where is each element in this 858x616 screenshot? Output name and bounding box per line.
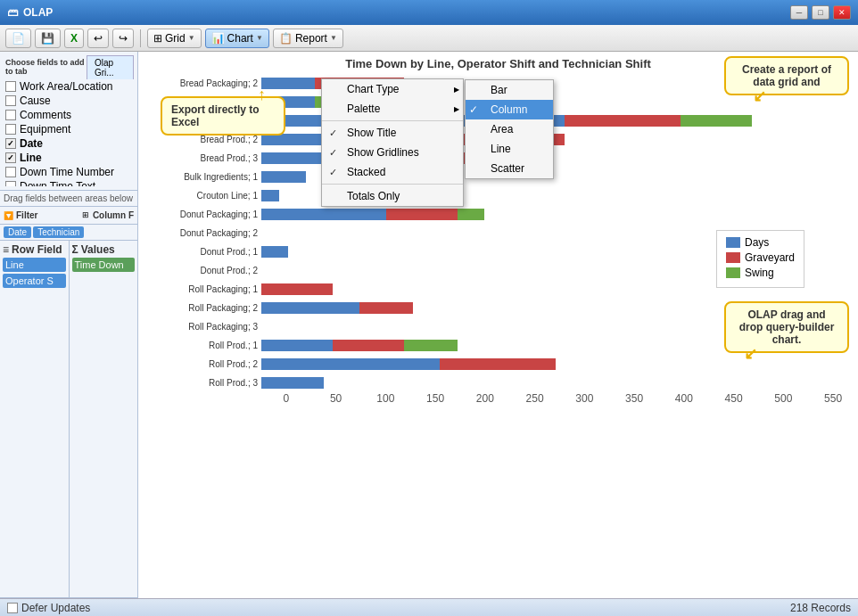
new-button[interactable]: 📄: [5, 29, 31, 48]
y-axis-label: Roll Packaging; 1: [145, 280, 261, 299]
excel-button[interactable]: X: [64, 29, 84, 48]
field-item[interactable]: ✓Line: [4, 151, 134, 165]
x-axis-tick: 400: [659, 392, 709, 405]
field-checkbox: [5, 81, 16, 92]
field-item[interactable]: Cause: [4, 94, 134, 108]
values-label: Σ Values: [72, 243, 136, 256]
defer-checkbox[interactable]: [7, 603, 18, 613]
window-title: OLAP: [23, 6, 53, 19]
bar-segment-swing: [315, 96, 342, 108]
redo-button[interactable]: ↪: [112, 29, 134, 48]
bar-segment-graveyard: [440, 358, 556, 370]
x-axis-tick: 150: [410, 392, 460, 405]
chart-button[interactable]: 📊 Chart ▼: [205, 29, 269, 48]
value-item[interactable]: Time Down: [72, 258, 136, 272]
title-bar-left: 🗃 OLAP: [7, 6, 53, 19]
x-axis-tick: 500: [759, 392, 809, 405]
bar-segment-graveyard: [261, 283, 333, 295]
x-axis-tick: 350: [609, 392, 659, 405]
legend-item: Swing: [726, 267, 795, 279]
row-fields-label: ≡ Row Field: [3, 243, 66, 256]
field-item[interactable]: ✓Date: [4, 136, 134, 151]
field-label: Equipment: [20, 123, 70, 136]
legend-color-box: [726, 267, 740, 278]
row-field-item[interactable]: Line: [3, 258, 66, 272]
save-button[interactable]: 💾: [35, 29, 61, 48]
field-item[interactable]: Comments: [4, 108, 134, 122]
separator-1: [140, 29, 141, 47]
field-checkbox: ✓: [5, 138, 16, 149]
row-field-item[interactable]: Operator S: [3, 274, 66, 288]
chart-label: Chart: [227, 32, 253, 45]
bar-row: [261, 111, 858, 130]
bar-row: [261, 374, 858, 392]
redo-icon: ↪: [119, 32, 128, 45]
tooltip-olap-drag: OLAP drag and drop query-builder chart. …: [724, 301, 849, 353]
undo-button[interactable]: ↩: [87, 29, 109, 48]
field-label: Date: [20, 137, 43, 150]
y-axis-label: Donut Packaging; 1: [145, 205, 261, 224]
chart-icon: 📊: [211, 32, 225, 45]
x-axis-tick: 200: [460, 392, 510, 405]
legend-label: Days: [745, 236, 769, 249]
field-item[interactable]: Equipment: [4, 122, 134, 136]
x-axis-tick: 250: [510, 392, 560, 405]
y-axis-label: Donut Packaging; 2: [145, 224, 261, 242]
olap-grid-tab[interactable]: Olap Gri...: [87, 55, 134, 79]
field-checkbox: [5, 181, 16, 186]
chart-area: Time Down by Line, Operator Shift and Te…: [138, 52, 858, 598]
bar-segment-graveyard: [386, 209, 458, 220]
field-label: Down Time Text: [20, 180, 95, 186]
y-axis-label: Roll Packaging; 3: [145, 317, 261, 336]
minimize-button[interactable]: ─: [790, 5, 808, 20]
bar-row: [261, 205, 858, 224]
bar-segment-days: [261, 209, 386, 220]
field-checkbox: [5, 124, 16, 135]
filter-tag[interactable]: Technician: [33, 226, 84, 238]
field-label: Down Time Number: [20, 166, 114, 178]
bar-row: [261, 149, 858, 168]
field-item[interactable]: Work Area/Location: [4, 79, 134, 94]
app-icon: 🗃: [7, 6, 18, 19]
undo-icon: ↩: [94, 32, 103, 45]
y-axis-label: Roll Packaging; 2: [145, 299, 261, 317]
column-label: Column F: [93, 210, 134, 220]
field-checkbox: ✓: [5, 152, 16, 163]
tooltip-export-excel: Export directly to Excel ↑: [161, 96, 285, 136]
filter-label: Filter: [16, 210, 37, 220]
y-axis-label: Crouton Line; 1: [145, 186, 261, 205]
title-bar: 🗃 OLAP ─ □ ✕: [0, 0, 858, 25]
bar-segment-days: [261, 78, 315, 89]
left-panel: Choose fields to add to tab Olap Gri... …: [0, 52, 138, 598]
field-checkbox: [5, 95, 16, 106]
field-label: Line: [20, 152, 42, 164]
y-axis-label: Donut Prod.; 1: [145, 242, 261, 261]
bar-segment-swing: [458, 209, 484, 220]
close-button[interactable]: ✕: [833, 5, 851, 20]
field-item[interactable]: Down Time Number: [4, 165, 134, 179]
maximize-button[interactable]: □: [812, 5, 829, 20]
x-axis-tick: 100: [361, 392, 411, 405]
y-axis-label: Bread Prod.; 3: [145, 149, 261, 168]
field-label: Comments: [20, 109, 71, 121]
legend-color-box: [726, 252, 740, 263]
bar-row: [261, 93, 858, 111]
field-item[interactable]: Down Time Text: [4, 179, 134, 186]
report-button[interactable]: 📋 Report ▼: [273, 29, 343, 48]
legend-item: Graveyard: [726, 251, 795, 264]
row-items: LineOperator S: [3, 258, 66, 288]
filter-tag[interactable]: Date: [4, 226, 31, 238]
drag-hint: Drag fields between areas below: [0, 191, 137, 207]
field-chooser: Choose fields to add to tab Olap Gri... …: [0, 52, 137, 191]
bar-segment-graveyard: [386, 152, 466, 164]
toolbar: 📄 💾 X ↩ ↪ ⊞ Grid ▼ 📊 Chart ▼ 📋 Report ▼: [0, 25, 858, 52]
bar-segment-swing: [404, 340, 458, 351]
bar-segment-days: [261, 152, 386, 164]
bar-segment-graveyard: [351, 134, 565, 145]
field-label: Work Area/Location: [20, 80, 113, 93]
grid-button[interactable]: ⊞ Grid ▼: [147, 29, 202, 48]
bar-row: [261, 130, 858, 149]
bar-segment-graveyard: [315, 78, 404, 89]
field-list: Work Area/LocationCauseCommentsEquipment…: [4, 79, 134, 186]
defer-updates-check[interactable]: Defer Updates: [7, 602, 90, 614]
